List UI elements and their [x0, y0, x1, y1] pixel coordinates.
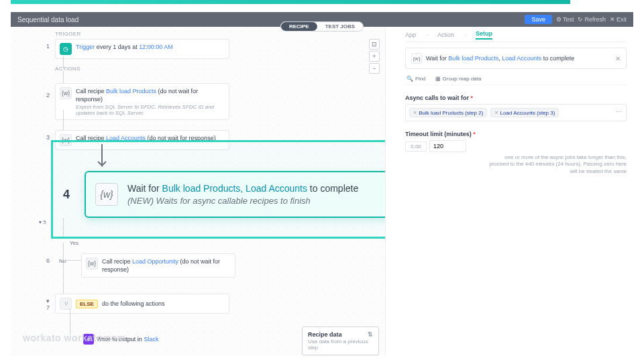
- step-number: 4: [63, 188, 70, 202]
- chip-bulk-load[interactable]: ×Bulk load Products (step 2): [409, 108, 487, 117]
- timeout-help-text: one or more of the async jobs take longe…: [405, 154, 627, 175]
- step-trigger[interactable]: ◷ Trigger every 1 days at 12:00:00 AM: [55, 39, 229, 59]
- view-tabs: RECIPE TEST JOBS: [280, 21, 364, 32]
- tab-app[interactable]: App: [405, 32, 416, 38]
- arrow-icon: →: [462, 32, 468, 38]
- close-icon: ✕: [610, 16, 615, 23]
- timeout-label: Timeout limit (minutes) *: [405, 131, 627, 137]
- timeout-min-display: [405, 141, 427, 152]
- exit-button[interactable]: ✕Exit: [610, 16, 627, 23]
- async-calls-label: Async calls to wait for *: [405, 95, 627, 101]
- arrow-icon: →: [424, 32, 429, 38]
- step-summary-card: {w} Wait for Bulk load Products, Load Ac…: [405, 48, 627, 69]
- save-button[interactable]: Save: [525, 15, 552, 24]
- recipe-data-card[interactable]: Recipe data⇅ Use data from a previous st…: [302, 326, 379, 355]
- trigger-section-label: TRIGGER: [55, 31, 81, 37]
- step-number: 2: [42, 92, 50, 99]
- else-pill: ELSE: [76, 300, 98, 308]
- step-call-load-accounts[interactable]: {w} Call recipe Load Accounts (do not wa…: [55, 130, 229, 150]
- tab-test-jobs[interactable]: TEST JOBS: [317, 22, 363, 31]
- step-wait-async[interactable]: {w} Wait for Bulk load Products, Load Ac…: [85, 171, 386, 218]
- workato-icon: {w}: [86, 257, 98, 269]
- connector-arrow: [89, 144, 115, 174]
- page-title: Sequential data load: [17, 16, 78, 23]
- workato-icon: {w}: [95, 183, 118, 206]
- clock-icon: ◷: [60, 43, 72, 55]
- zoom-fit-button[interactable]: ⊡: [369, 39, 380, 50]
- zoom-in-button[interactable]: +: [369, 51, 380, 62]
- recipe-canvas: ⊡ + − TRIGGER 1 ◷ Trigger every 1 days a…: [11, 27, 386, 355]
- step-call-bulk-load[interactable]: {w} Call recipe Bulk load Products (do n…: [55, 83, 229, 120]
- chip-load-accounts[interactable]: ×Load Accounts (step 3): [490, 108, 559, 117]
- timeout-input[interactable]: [429, 140, 466, 152]
- refresh-icon: ↻: [578, 16, 583, 23]
- tab-action[interactable]: Action: [437, 32, 454, 38]
- step-number: 6: [42, 257, 50, 264]
- expand-icon: ⇅: [368, 331, 373, 338]
- collapse-caret-icon[interactable]: ▾ 5: [39, 219, 46, 225]
- close-icon[interactable]: ✕: [615, 55, 621, 62]
- group-map-button[interactable]: ▦Group map data: [435, 76, 482, 82]
- step-number: 3: [42, 134, 50, 141]
- step-number: ▾ 7: [42, 298, 50, 311]
- find-button[interactable]: 🔍Find: [407, 76, 426, 82]
- remove-icon[interactable]: ×: [494, 109, 498, 116]
- zoom-out-button[interactable]: −: [369, 63, 380, 74]
- branch-yes-label: Yes: [70, 240, 78, 246]
- watermark: workato workato.com: [23, 333, 125, 343]
- step-else[interactable]: ⑂ ELSE do the following actions: [55, 294, 229, 314]
- async-calls-input[interactable]: ×Bulk load Products (step 2) ×Load Accou…: [405, 104, 627, 121]
- test-button[interactable]: ⚙Test: [556, 16, 574, 23]
- refresh-button[interactable]: ↻Refresh: [578, 16, 606, 23]
- more-options-icon[interactable]: ⋯: [616, 108, 623, 117]
- workato-icon: {w}: [60, 134, 72, 146]
- step-call-load-opportunity[interactable]: {w} Call recipe Load Opportunity (do not…: [81, 253, 235, 278]
- search-icon: 🔍: [407, 76, 413, 82]
- workato-icon: {w}: [411, 53, 422, 64]
- workato-icon: {w}: [60, 87, 72, 99]
- branch-no-label: No: [59, 258, 66, 264]
- config-panel: App → Action → Setup {w} Wait for Bulk l…: [398, 27, 633, 355]
- remove-icon[interactable]: ×: [413, 109, 417, 116]
- step-number: 1: [42, 43, 50, 50]
- actions-section-label: ACTIONS: [55, 66, 80, 72]
- tab-recipe[interactable]: RECIPE: [281, 22, 317, 31]
- gear-icon: ⚙: [556, 16, 561, 23]
- tab-setup[interactable]: Setup: [476, 30, 492, 40]
- map-icon: ▦: [435, 76, 441, 82]
